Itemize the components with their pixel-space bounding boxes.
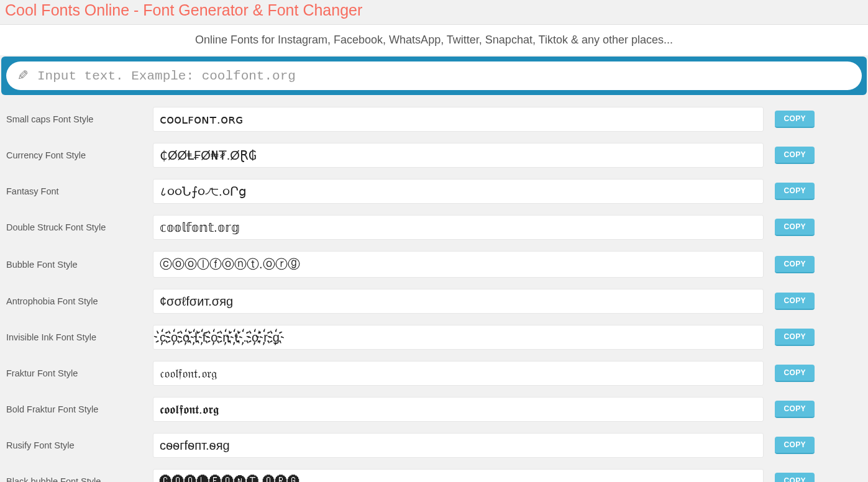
copy-col: COPY — [770, 147, 863, 164]
font-output[interactable]: cѳѳгfѳпт.ѳяg — [153, 433, 764, 458]
copy-col: COPY — [770, 329, 863, 346]
copy-col: COPY — [770, 111, 863, 128]
copy-col: COPY — [770, 365, 863, 382]
font-output[interactable]: 𝔠𝔬𝔬𝔩𝔣𝔬𝔫𝔱.𝔬𝔯𝔤 — [153, 361, 764, 386]
header-bar: Cool Fonts Online - Font Generator & Fon… — [0, 0, 868, 25]
copy-button[interactable]: COPY — [775, 401, 815, 418]
font-output-col: 𝔠𝔬𝔬𝔩𝔣𝔬𝔫𝔱.𝔬𝔯𝔤 — [153, 361, 764, 386]
font-row: Bold Fraktur Font Style𝖈𝖔𝖔𝖑𝖋𝖔𝖓𝖙.𝖔𝖗𝖌COPY — [5, 391, 863, 427]
copy-col: COPY — [770, 183, 863, 200]
font-output[interactable]: ¢σσℓfσит.σяg — [153, 289, 764, 314]
copy-col: COPY — [770, 401, 863, 418]
font-row: Fantasy Font८૦૦Ն⨍૦৴੮.૦ՐցCOPY — [5, 173, 863, 209]
font-output[interactable]: 🅒🅞🅞🅛🅕🅞🅝🅣.🅞🅡🅖 — [153, 469, 764, 482]
subtitle: Online Fonts for Instagram, Facebook, Wh… — [0, 25, 868, 55]
font-style-label: Fraktur Font Style — [5, 368, 147, 378]
font-row: Double Struck Font Style𝕔𝕠𝕠𝕝𝕗𝕠𝕟𝕥.𝕠𝕣𝕘COPY — [5, 209, 863, 245]
font-style-label: Currency Font Style — [5, 150, 147, 160]
font-output[interactable]: ८૦૦Ն⨍૦৴੮.૦Րց — [153, 179, 764, 204]
pencil-icon: ✎ — [17, 68, 29, 84]
font-output-col: ᴄᴏᴏʟꜰᴏɴᴛ.ᴏʀɢ — [153, 107, 764, 132]
font-output[interactable]: 𝖈𝖔𝖔𝖑𝖋𝖔𝖓𝖙.𝖔𝖗𝖌 — [153, 397, 764, 422]
copy-button[interactable]: COPY — [775, 437, 815, 454]
font-row: Small caps Font Styleᴄᴏᴏʟꜰᴏɴᴛ.ᴏʀɢCOPY — [5, 101, 863, 137]
font-style-label: Double Struck Font Style — [5, 222, 147, 232]
font-output[interactable]: 𝕔𝕠𝕠𝕝𝕗𝕠𝕟𝕥.𝕠𝕣𝕘 — [153, 215, 764, 240]
font-rows: Small caps Font Styleᴄᴏᴏʟꜰᴏɴᴛ.ᴏʀɢCOPYCur… — [0, 101, 868, 482]
font-style-label: Fantasy Font — [5, 186, 147, 196]
font-output-col: ¢σσℓfσит.σяg — [153, 289, 764, 314]
copy-col: COPY — [770, 473, 863, 482]
font-row: Black bubble Font Style🅒🅞🅞🅛🅕🅞🅝🅣.🅞🅡🅖COPY — [5, 463, 863, 482]
copy-col: COPY — [770, 437, 863, 454]
copy-col: COPY — [770, 293, 863, 310]
font-output[interactable]: ⓒⓞⓞⓛⓕⓞⓝⓣ.ⓞⓡⓖ — [153, 251, 764, 278]
copy-button[interactable]: COPY — [775, 365, 815, 382]
font-style-label: Invisible Ink Font Style — [5, 332, 147, 342]
font-style-label: Black bubble Font Style — [5, 476, 147, 482]
font-output-col: c҉o҉o҉l҉f҉o҉n҉t҉.҉o҉r҉g҉ — [153, 325, 764, 350]
font-row: Bubble Font Styleⓒⓞⓞⓛⓕⓞⓝⓣ.ⓞⓡⓖCOPY — [5, 245, 863, 283]
input-inner: ✎ — [6, 61, 862, 90]
copy-button[interactable]: COPY — [775, 473, 815, 482]
font-output-col: ⓒⓞⓞⓛⓕⓞⓝⓣ.ⓞⓡⓖ — [153, 251, 764, 278]
font-row: Currency Font Style₵ØØⱠ₣Ø₦₮.ØⱤ₲COPY — [5, 137, 863, 173]
font-style-label: Bubble Font Style — [5, 260, 147, 270]
page-title: Cool Fonts Online - Font Generator & Fon… — [5, 1, 863, 19]
font-output[interactable]: c҉o҉o҉l҉f҉o҉n҉t҉.҉o҉r҉g҉ — [153, 325, 764, 350]
font-row: Antrophobia Font Style¢σσℓfσит.σяgCOPY — [5, 283, 863, 319]
font-style-label: Antrophobia Font Style — [5, 296, 147, 306]
copy-col: COPY — [770, 219, 863, 236]
font-output[interactable]: ᴄᴏᴏʟꜰᴏɴᴛ.ᴏʀɢ — [153, 107, 764, 132]
copy-button[interactable]: COPY — [775, 183, 815, 200]
copy-button[interactable]: COPY — [775, 329, 815, 346]
copy-button[interactable]: COPY — [775, 219, 815, 236]
copy-button[interactable]: COPY — [775, 147, 815, 164]
font-row: Rusify Font Stylecѳѳгfѳпт.ѳяgCOPY — [5, 427, 863, 463]
copy-button[interactable]: COPY — [775, 256, 815, 273]
font-output-col: ८૦૦Ն⨍૦৴੮.૦Րց — [153, 179, 764, 204]
font-output-col: ₵ØØⱠ₣Ø₦₮.ØⱤ₲ — [153, 143, 764, 168]
copy-button[interactable]: COPY — [775, 293, 815, 310]
font-style-label: Small caps Font Style — [5, 114, 147, 124]
font-style-label: Bold Fraktur Font Style — [5, 404, 147, 414]
input-wrapper: ✎ — [1, 57, 867, 95]
font-output-col: cѳѳгfѳпт.ѳяg — [153, 433, 764, 458]
font-output-col: 🅒🅞🅞🅛🅕🅞🅝🅣.🅞🅡🅖 — [153, 469, 764, 482]
main-input[interactable] — [37, 69, 851, 83]
font-output-col: 𝕔𝕠𝕠𝕝𝕗𝕠𝕟𝕥.𝕠𝕣𝕘 — [153, 215, 764, 240]
font-output-col: 𝖈𝖔𝖔𝖑𝖋𝖔𝖓𝖙.𝖔𝖗𝖌 — [153, 397, 764, 422]
font-row: Fraktur Font Style𝔠𝔬𝔬𝔩𝔣𝔬𝔫𝔱.𝔬𝔯𝔤COPY — [5, 355, 863, 391]
copy-col: COPY — [770, 256, 863, 273]
font-style-label: Rusify Font Style — [5, 440, 147, 450]
copy-button[interactable]: COPY — [775, 111, 815, 128]
font-output[interactable]: ₵ØØⱠ₣Ø₦₮.ØⱤ₲ — [153, 143, 764, 168]
font-row: Invisible Ink Font Stylec҉o҉o҉l҉f҉o҉n҉t҉… — [5, 319, 863, 355]
